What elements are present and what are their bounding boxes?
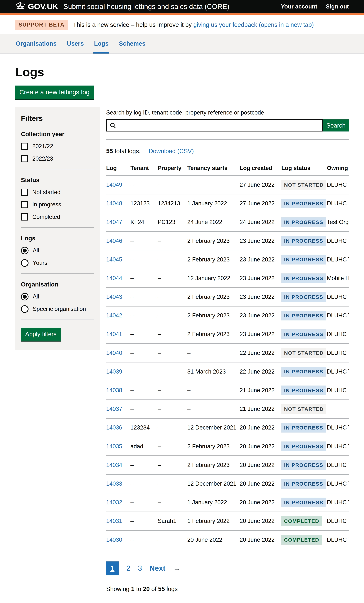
create-lettings-log-button[interactable]: Create a new lettings log [15,86,94,99]
status-badge: IN PROGRESS [281,423,326,432]
log-created-cell: 27 June 2022 [240,194,281,213]
log-id-link[interactable]: 14049 [106,182,122,188]
log-created-cell: 20 June 2022 [240,437,281,456]
tenancy-starts-cell: 2 February 2023 [187,288,240,306]
tenancy-starts-cell: 20 June 2022 [187,531,240,549]
nav-item-users[interactable]: Users [66,34,84,54]
govuk-logo[interactable]: GOV.UK [15,1,58,12]
owning-organisation-cell [327,400,349,418]
tenancy-starts-cell: 2 February 2023 [187,456,240,474]
nav-item-organisations[interactable]: Organisations [15,34,57,54]
checkbox-2022-23[interactable]: 2022/23 [21,155,94,162]
nav-item-schemes[interactable]: Schemes [118,34,146,54]
filters-heading: Filters [21,114,94,123]
log-id-link[interactable]: 14037 [106,406,122,412]
showing-to: 20 [143,586,150,592]
search-label: Search by log ID, tenant code, property … [106,109,349,116]
log-id-link[interactable]: 14044 [106,275,122,281]
checkbox-not-started[interactable]: Not started [21,188,94,196]
log-created-cell: 22 June 2022 [240,362,281,381]
property-cell: – [158,456,187,474]
tenancy-starts-cell: 2 February 2023 [187,437,240,456]
table-header-row: Log Tenant Property Tenancy starts Log c… [106,162,349,175]
log-id-link[interactable]: 14038 [106,387,122,394]
log-id-link[interactable]: 14034 [106,462,122,468]
table-row: 14049 – – – 27 June 2022 NOT STARTED DLU… [106,175,349,194]
checkbox-icon[interactable] [21,189,28,196]
radio-icon[interactable] [21,305,28,313]
log-id-link[interactable]: 14042 [106,312,122,319]
log-id-link[interactable]: 14040 [106,350,122,356]
radio-logs-all[interactable]: All [21,247,94,254]
log-id-link[interactable]: 14047 [106,219,122,225]
log-created-cell: 20 June 2022 [240,456,281,474]
owning-organisation-cell: DLUHC Tes [327,288,349,306]
log-created-cell: 23 June 2022 [240,306,281,325]
search-button[interactable]: Search [323,119,349,131]
search-icon [109,122,116,131]
radio-specific-organisation[interactable]: Specific organisation [21,305,94,313]
log-id-link[interactable]: 14041 [106,331,122,337]
tenancy-starts-cell: 1 February 2022 [187,512,240,530]
your-account-link[interactable]: Your account [281,3,317,10]
service-name[interactable]: Submit social housing lettings and sales… [63,2,229,11]
nav-item-logs[interactable]: Logs [94,34,109,54]
results-divider [106,139,349,140]
table-row: 14040 – – – 22 June 2022 NOT STARTED DLU… [106,344,349,362]
owning-organisation-cell: DLUHC [327,325,349,344]
tenant-cell: – [130,288,158,306]
pagination-page-3[interactable]: 3 [138,564,142,573]
status-badge: IN PROGRESS [281,460,326,470]
log-id-link[interactable]: 14030 [106,537,122,543]
pagination: 1 2 3 Next → [106,561,349,575]
log-id-link[interactable]: 14035 [106,443,122,450]
radio-icon[interactable] [21,293,28,301]
tenancy-starts-cell: – [187,400,240,418]
log-id-link[interactable]: 14036 [106,424,122,431]
log-id-link[interactable]: 14039 [106,368,122,375]
log-id-link[interactable]: 14033 [106,480,122,487]
download-csv-link[interactable]: Download (CSV) [149,148,194,154]
log-created-cell: 20 June 2022 [240,418,281,437]
radio-icon[interactable] [21,247,28,254]
log-id-link[interactable]: 14031 [106,518,122,524]
pagination-current-page[interactable]: 1 [106,561,119,575]
checkbox-in-progress[interactable]: In progress [21,201,94,208]
checkbox-icon[interactable] [21,143,28,150]
feedback-link[interactable]: giving us your feedback (opens in a new … [193,21,314,28]
log-created-cell: 20 June 2022 [240,512,281,530]
status-badge: IN PROGRESS [281,199,326,208]
property-cell: – [158,437,187,456]
tenant-cell: – [130,512,158,530]
checkbox-icon[interactable] [21,155,28,162]
phase-banner-text: This is a new service – help us improve … [73,21,314,29]
log-id-link[interactable]: 14046 [106,238,122,244]
search-input[interactable] [106,119,323,131]
apply-filters-button[interactable]: Apply filters [21,328,61,341]
showing-prefix: Showing [106,586,131,592]
checkbox-2021-22[interactable]: 2021/22 [21,143,94,150]
checkbox-icon[interactable] [21,213,28,220]
checkbox-completed[interactable]: Completed [21,213,94,221]
col-tenancy-starts: Tenancy starts [187,162,240,175]
status-badge: COMPLETED [281,516,322,526]
radio-logs-yours[interactable]: Yours [21,259,94,267]
log-id-link[interactable]: 14045 [106,256,122,263]
pagination-page-2[interactable]: 2 [126,564,130,573]
property-cell: Sarah1 [158,512,187,530]
property-cell: – [158,362,187,381]
log-id-link[interactable]: 14043 [106,294,122,300]
table-row: 14044 – – 12 January 2022 23 June 2022 I… [106,269,349,288]
log-id-link[interactable]: 14032 [106,499,122,506]
checkbox-icon[interactable] [21,201,28,208]
radio-organisation-all[interactable]: All [21,293,94,301]
tenancy-starts-cell: 24 June 2022 [187,213,240,232]
pagination-next-link[interactable]: Next [150,564,165,573]
log-id-link[interactable]: 14048 [106,200,122,207]
radio-label: Yours [33,259,47,267]
table-row: 14032 – – 1 January 2022 20 June 2022 IN… [106,493,349,512]
col-log-created: Log created [240,162,281,175]
sign-out-link[interactable]: Sign out [326,3,349,10]
col-tenant: Tenant [130,162,158,175]
radio-icon[interactable] [21,259,28,267]
